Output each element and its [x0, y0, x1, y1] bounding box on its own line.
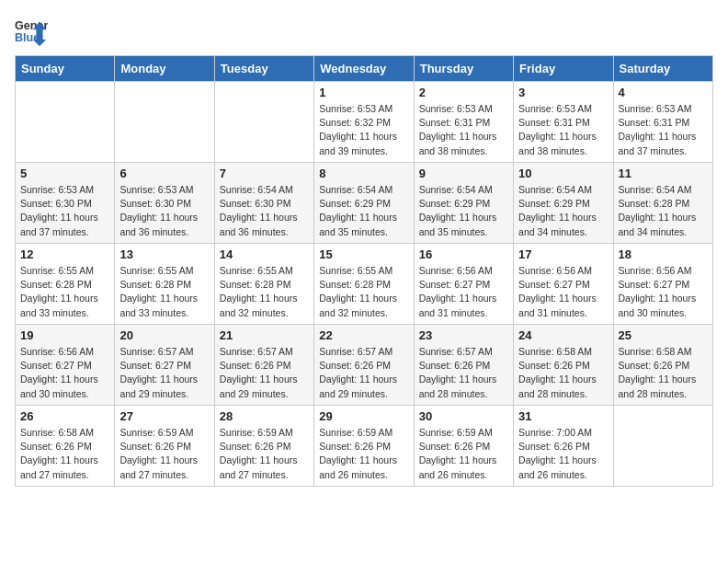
day-info: Sunrise: 6:55 AMSunset: 6:28 PMDaylight:…: [119, 264, 209, 320]
day-info: Sunrise: 6:53 AMSunset: 6:30 PMDaylight:…: [119, 183, 209, 239]
day-number: 7: [220, 167, 309, 180]
day-number: 26: [20, 409, 109, 423]
day-info: Sunrise: 6:53 AMSunset: 6:32 PMDaylight:…: [319, 102, 408, 158]
day-info: Sunrise: 6:54 AMSunset: 6:29 PMDaylight:…: [319, 183, 408, 239]
calendar-table: SundayMondayTuesdayWednesdayThursdayFrid…: [15, 55, 713, 487]
calendar-cell: 20Sunrise: 6:57 AMSunset: 6:27 PMDayligh…: [115, 325, 214, 406]
calendar-cell: 21Sunrise: 6:57 AMSunset: 6:26 PMDayligh…: [214, 325, 313, 406]
calendar-cell: [115, 82, 214, 163]
day-number: 1: [319, 86, 408, 99]
calendar-cell: [613, 406, 712, 487]
calendar-cell: 9Sunrise: 6:54 AMSunset: 6:29 PMDaylight…: [414, 163, 513, 244]
day-number: 10: [518, 167, 608, 180]
day-number: 19: [20, 328, 109, 342]
logo-icon: General Blue: [15, 15, 48, 48]
calendar-body: 1Sunrise: 6:53 AMSunset: 6:32 PMDaylight…: [16, 82, 713, 487]
calendar-cell: 19Sunrise: 6:56 AMSunset: 6:27 PMDayligh…: [16, 325, 115, 406]
calendar-cell: 26Sunrise: 6:58 AMSunset: 6:26 PMDayligh…: [16, 406, 115, 487]
calendar-cell: 13Sunrise: 6:55 AMSunset: 6:28 PMDayligh…: [115, 244, 214, 325]
calendar-cell: [16, 82, 115, 163]
weekday-header-wednesday: Wednesday: [314, 56, 414, 82]
day-number: 28: [220, 409, 309, 423]
day-info: Sunrise: 6:57 AMSunset: 6:26 PMDaylight:…: [419, 345, 508, 401]
day-info: Sunrise: 6:54 AMSunset: 6:30 PMDaylight:…: [220, 183, 309, 239]
day-info: Sunrise: 6:59 AMSunset: 6:26 PMDaylight:…: [220, 426, 309, 482]
day-number: 5: [20, 167, 109, 180]
calendar-cell: 15Sunrise: 6:55 AMSunset: 6:28 PMDayligh…: [314, 244, 414, 325]
day-number: 2: [419, 86, 508, 99]
calendar-week-5: 26Sunrise: 6:58 AMSunset: 6:26 PMDayligh…: [16, 406, 713, 487]
calendar-cell: 29Sunrise: 6:59 AMSunset: 6:26 PMDayligh…: [314, 406, 414, 487]
calendar-cell: 2Sunrise: 6:53 AMSunset: 6:31 PMDaylight…: [414, 82, 513, 163]
day-info: Sunrise: 6:53 AMSunset: 6:31 PMDaylight:…: [419, 102, 508, 158]
calendar-cell: 4Sunrise: 6:53 AMSunset: 6:31 PMDaylight…: [613, 82, 712, 163]
day-info: Sunrise: 6:57 AMSunset: 6:26 PMDaylight:…: [319, 345, 408, 401]
day-number: 21: [220, 328, 309, 342]
day-info: Sunrise: 6:57 AMSunset: 6:26 PMDaylight:…: [220, 345, 309, 401]
day-info: Sunrise: 6:59 AMSunset: 6:26 PMDaylight:…: [319, 426, 408, 482]
day-number: 15: [319, 247, 408, 261]
day-number: 12: [20, 247, 109, 261]
logo: General Blue: [15, 15, 48, 48]
weekday-header-tuesday: Tuesday: [214, 56, 313, 82]
calendar-cell: 11Sunrise: 6:54 AMSunset: 6:28 PMDayligh…: [613, 163, 712, 244]
day-info: Sunrise: 6:55 AMSunset: 6:28 PMDaylight:…: [20, 264, 109, 320]
calendar-cell: 7Sunrise: 6:54 AMSunset: 6:30 PMDaylight…: [214, 163, 313, 244]
day-info: Sunrise: 6:56 AMSunset: 6:27 PMDaylight:…: [619, 264, 708, 320]
day-number: 11: [619, 167, 708, 180]
day-info: Sunrise: 6:59 AMSunset: 6:26 PMDaylight:…: [119, 426, 209, 482]
calendar-week-1: 1Sunrise: 6:53 AMSunset: 6:32 PMDaylight…: [16, 82, 713, 163]
day-number: 29: [319, 409, 408, 423]
weekday-header-sunday: Sunday: [16, 56, 115, 82]
weekday-header-thursday: Thursday: [414, 56, 513, 82]
day-number: 20: [119, 328, 209, 342]
day-number: 6: [119, 167, 209, 180]
calendar-cell: 24Sunrise: 6:58 AMSunset: 6:26 PMDayligh…: [514, 325, 613, 406]
day-number: 24: [518, 328, 608, 342]
calendar-week-4: 19Sunrise: 6:56 AMSunset: 6:27 PMDayligh…: [16, 325, 713, 406]
calendar-cell: 18Sunrise: 6:56 AMSunset: 6:27 PMDayligh…: [613, 244, 712, 325]
day-number: 31: [518, 409, 608, 423]
header: General Blue: [15, 15, 713, 48]
day-info: Sunrise: 7:00 AMSunset: 6:26 PMDaylight:…: [518, 426, 608, 482]
day-number: 30: [419, 409, 508, 423]
day-number: 27: [119, 409, 209, 423]
calendar-week-3: 12Sunrise: 6:55 AMSunset: 6:28 PMDayligh…: [16, 244, 713, 325]
day-info: Sunrise: 6:53 AMSunset: 6:30 PMDaylight:…: [20, 183, 109, 239]
day-info: Sunrise: 6:57 AMSunset: 6:27 PMDaylight:…: [119, 345, 209, 401]
weekday-header-row: SundayMondayTuesdayWednesdayThursdayFrid…: [16, 56, 713, 82]
day-info: Sunrise: 6:53 AMSunset: 6:31 PMDaylight:…: [619, 102, 708, 158]
calendar-cell: 25Sunrise: 6:58 AMSunset: 6:26 PMDayligh…: [613, 325, 712, 406]
calendar-cell: 1Sunrise: 6:53 AMSunset: 6:32 PMDaylight…: [314, 82, 414, 163]
day-info: Sunrise: 6:58 AMSunset: 6:26 PMDaylight:…: [20, 426, 109, 482]
calendar-cell: 14Sunrise: 6:55 AMSunset: 6:28 PMDayligh…: [214, 244, 313, 325]
calendar-cell: 10Sunrise: 6:54 AMSunset: 6:29 PMDayligh…: [514, 163, 613, 244]
weekday-header-saturday: Saturday: [613, 56, 712, 82]
weekday-header-monday: Monday: [115, 56, 214, 82]
day-number: 9: [419, 167, 508, 180]
day-info: Sunrise: 6:56 AMSunset: 6:27 PMDaylight:…: [20, 345, 109, 401]
calendar-cell: 27Sunrise: 6:59 AMSunset: 6:26 PMDayligh…: [115, 406, 214, 487]
day-info: Sunrise: 6:56 AMSunset: 6:27 PMDaylight:…: [518, 264, 608, 320]
day-info: Sunrise: 6:53 AMSunset: 6:31 PMDaylight:…: [518, 102, 608, 158]
day-number: 18: [619, 247, 708, 261]
calendar-cell: 31Sunrise: 7:00 AMSunset: 6:26 PMDayligh…: [514, 406, 613, 487]
calendar-cell: 22Sunrise: 6:57 AMSunset: 6:26 PMDayligh…: [314, 325, 414, 406]
day-number: 3: [518, 86, 608, 99]
calendar-cell: 28Sunrise: 6:59 AMSunset: 6:26 PMDayligh…: [214, 406, 313, 487]
calendar-cell: 16Sunrise: 6:56 AMSunset: 6:27 PMDayligh…: [414, 244, 513, 325]
weekday-header-friday: Friday: [514, 56, 613, 82]
day-info: Sunrise: 6:54 AMSunset: 6:29 PMDaylight:…: [419, 183, 508, 239]
calendar-cell: 17Sunrise: 6:56 AMSunset: 6:27 PMDayligh…: [514, 244, 613, 325]
day-number: 25: [619, 328, 708, 342]
calendar-week-2: 5Sunrise: 6:53 AMSunset: 6:30 PMDaylight…: [16, 163, 713, 244]
day-number: 13: [119, 247, 209, 261]
calendar-cell: 3Sunrise: 6:53 AMSunset: 6:31 PMDaylight…: [514, 82, 613, 163]
calendar-cell: 5Sunrise: 6:53 AMSunset: 6:30 PMDaylight…: [16, 163, 115, 244]
day-info: Sunrise: 6:54 AMSunset: 6:29 PMDaylight:…: [518, 183, 608, 239]
day-number: 14: [220, 247, 309, 261]
day-info: Sunrise: 6:54 AMSunset: 6:28 PMDaylight:…: [619, 183, 708, 239]
day-info: Sunrise: 6:56 AMSunset: 6:27 PMDaylight:…: [419, 264, 508, 320]
day-number: 22: [319, 328, 408, 342]
day-number: 16: [419, 247, 508, 261]
